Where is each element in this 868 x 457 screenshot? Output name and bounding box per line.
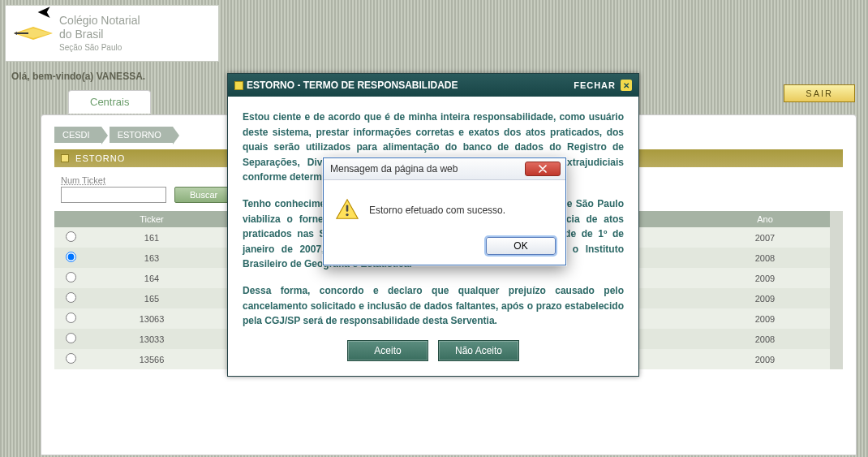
alert-message: Estorno efetuado com sucesso.	[369, 205, 505, 216]
brand-line3: Seção São Paulo	[59, 43, 140, 53]
modal-square-icon	[234, 81, 243, 90]
browser-alert: Mensagem da página da web Estorno efetua…	[323, 157, 566, 265]
alert-ok-button[interactable]: OK	[486, 237, 556, 255]
row-radio[interactable]	[66, 353, 76, 364]
svg-point-6	[346, 213, 348, 215]
section-title: ESTORNO	[75, 153, 125, 163]
cell-ano: 2008	[700, 329, 830, 349]
row-radio[interactable]	[66, 313, 76, 323]
cell-ticker: 13566	[87, 349, 217, 369]
row-radio[interactable]	[66, 333, 76, 343]
row-radio[interactable]	[66, 252, 76, 262]
brand-line1: Colégio Notarial	[59, 14, 140, 28]
greeting-text: Olá, bem-vindo(a) VANESSA.	[11, 71, 145, 82]
cell-ticker: 13033	[87, 329, 217, 349]
cell-ano: 2008	[700, 248, 830, 268]
num-ticket-label: Num Ticket	[61, 175, 166, 185]
row-radio[interactable]	[66, 272, 76, 282]
nao-aceito-button[interactable]: Não Aceito	[438, 340, 519, 361]
modal-close-button[interactable]: ✕	[621, 80, 632, 91]
modal-close-label: FECHAR	[574, 80, 616, 90]
cell-ano: 2007	[700, 227, 830, 248]
svg-rect-5	[346, 205, 349, 211]
sair-button[interactable]: SAIR	[784, 84, 855, 102]
section-square-icon	[61, 154, 69, 162]
cell-ticker: 164	[87, 268, 217, 288]
row-radio[interactable]	[66, 231, 76, 242]
cell-ano: 2009	[700, 349, 830, 369]
tab-centrais[interactable]: Centrais	[68, 90, 151, 114]
alert-title: Mensagem da página da web	[330, 163, 458, 175]
cell-ano: 2009	[700, 268, 830, 288]
cell-ticker: 163	[87, 248, 217, 268]
cell-ticker: 165	[87, 288, 217, 308]
alert-close-button[interactable]	[525, 162, 561, 176]
svg-rect-2	[17, 32, 28, 34]
col-ano: Ano	[700, 211, 830, 227]
col-ticker: Ticker	[87, 211, 217, 227]
num-ticket-input[interactable]	[61, 187, 166, 203]
cell-ticker: 161	[87, 227, 217, 248]
row-radio[interactable]	[66, 292, 76, 303]
breadcrumb-estorno[interactable]: ESTORNO	[110, 127, 173, 143]
warning-icon	[335, 197, 359, 224]
buscar-button[interactable]: Buscar	[174, 187, 233, 203]
modal-paragraph-3: Dessa forma, concordo e declaro que qual…	[243, 283, 624, 329]
modal-title: ESTORNO - TERMO DE RESPONSABILIDADE	[247, 80, 458, 91]
cell-ano: 2009	[700, 308, 830, 329]
cell-ano: 2009	[700, 288, 830, 308]
aceito-button[interactable]: Aceito	[347, 340, 428, 361]
breadcrumb-cesdi[interactable]: CESDI	[54, 127, 101, 143]
cursor-arrow-icon: ➤	[37, 2, 52, 23]
cell-ticker: 13063	[87, 308, 217, 329]
brand-line2: do Brasil	[59, 28, 140, 41]
brand-logo-icon	[14, 19, 53, 48]
svg-marker-3	[14, 32, 17, 35]
